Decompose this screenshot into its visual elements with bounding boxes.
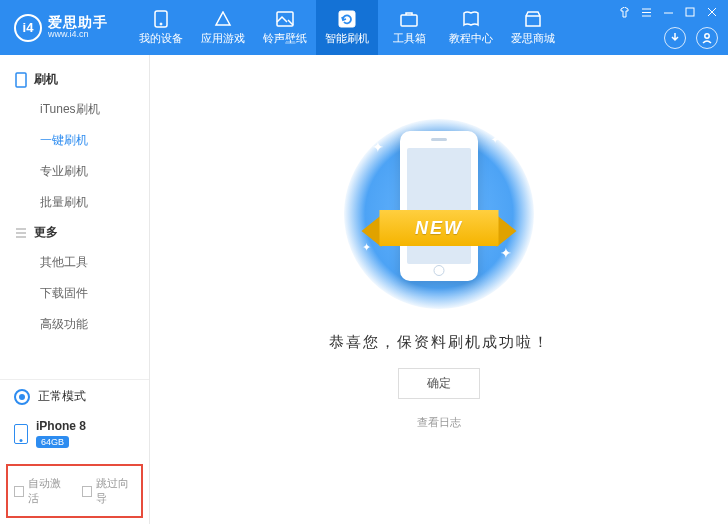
chk-skip-guide[interactable]: 跳过向导	[82, 476, 136, 506]
sparkle-icon: ✦	[372, 139, 384, 155]
sidebar-group-flash[interactable]: 刷机	[0, 65, 149, 94]
app-logo: i4 爱思助手 www.i4.cn	[0, 14, 122, 42]
option-checks: 自动激活 跳过向导	[6, 464, 143, 518]
success-message: 恭喜您，保资料刷机成功啦！	[329, 333, 550, 352]
svg-point-1	[160, 23, 162, 25]
header-actions	[664, 27, 718, 49]
nav-flash[interactable]: 智能刷机	[316, 0, 378, 55]
skin-icon[interactable]	[618, 6, 630, 18]
sidebar-item-othertools[interactable]: 其他工具	[0, 247, 149, 278]
sidebar-item-pro[interactable]: 专业刷机	[0, 156, 149, 187]
apps-icon	[213, 10, 233, 28]
phone-illustration	[400, 131, 478, 281]
store-icon	[523, 10, 543, 28]
sidebar-item-itunes[interactable]: iTunes刷机	[0, 94, 149, 125]
success-illustration: ✦ ✦ ✦ ✦ NEW	[344, 119, 534, 309]
ribbon-text: NEW	[380, 210, 499, 246]
nav-ringtones[interactable]: 铃声壁纸	[254, 0, 316, 55]
checkbox-icon	[14, 486, 24, 497]
sparkle-icon: ✦	[491, 134, 499, 145]
checkbox-icon	[82, 486, 92, 497]
nav-toolbox[interactable]: 工具箱	[378, 0, 440, 55]
device-row[interactable]: iPhone 8 64GB	[0, 413, 149, 458]
device-icon	[14, 73, 28, 87]
mode-row[interactable]: 正常模式	[0, 380, 149, 413]
window-controls	[618, 6, 718, 18]
device-name: iPhone 8	[36, 419, 86, 433]
nav-label: 工具箱	[393, 31, 426, 46]
nav-store[interactable]: 爱思商城	[502, 0, 564, 55]
briefcase-icon	[399, 10, 419, 28]
logo-icon: i4	[14, 14, 42, 42]
chk-label: 自动激活	[28, 476, 67, 506]
nav-label: 铃声壁纸	[263, 31, 307, 46]
ok-button[interactable]: 确定	[398, 368, 480, 399]
chk-auto-activate[interactable]: 自动激活	[14, 476, 68, 506]
nav-apps[interactable]: 应用游戏	[192, 0, 254, 55]
user-button[interactable]	[696, 27, 718, 49]
sidebar-group-more[interactable]: 更多	[0, 218, 149, 247]
nav-label: 应用游戏	[201, 31, 245, 46]
menu-icon	[14, 226, 28, 240]
svg-rect-13	[16, 73, 26, 87]
nav-label: 智能刷机	[325, 31, 369, 46]
group-title: 刷机	[34, 71, 58, 88]
refresh-icon	[337, 10, 357, 28]
nav-label: 爱思商城	[511, 31, 555, 46]
sidebar-item-download[interactable]: 下载固件	[0, 278, 149, 309]
book-icon	[461, 10, 481, 28]
phone-icon	[151, 10, 171, 28]
svg-point-12	[705, 34, 709, 38]
maximize-icon[interactable]	[684, 6, 696, 18]
svg-rect-9	[686, 8, 694, 16]
download-button[interactable]	[664, 27, 686, 49]
nav-tutorials[interactable]: 教程中心	[440, 0, 502, 55]
new-ribbon: NEW	[362, 207, 517, 251]
sidebar-footer: 正常模式 iPhone 8 64GB 自动激活 跳过向导	[0, 379, 149, 524]
mode-label: 正常模式	[38, 388, 86, 405]
nav-label: 我的设备	[139, 31, 183, 46]
svg-rect-4	[401, 15, 417, 26]
sidebar-item-batch[interactable]: 批量刷机	[0, 187, 149, 218]
top-nav: 我的设备 应用游戏 铃声壁纸 智能刷机 工具箱 教程中心 爱思商城	[130, 0, 564, 55]
sidebar-item-oneclick[interactable]: 一键刷机	[0, 125, 149, 156]
mode-icon	[14, 389, 30, 405]
sidebar: 刷机 iTunes刷机 一键刷机 专业刷机 批量刷机 更多 其他工具 下载固件 …	[0, 55, 150, 524]
logo-url: www.i4.cn	[48, 30, 108, 40]
phone-icon	[14, 424, 28, 444]
nav-my-device[interactable]: 我的设备	[130, 0, 192, 55]
logo-title: 爱思助手	[48, 15, 108, 30]
svg-rect-3	[339, 11, 355, 27]
image-icon	[275, 10, 295, 28]
app-header: i4 爱思助手 www.i4.cn 我的设备 应用游戏 铃声壁纸 智能刷机 工具…	[0, 0, 728, 55]
storage-badge: 64GB	[36, 436, 69, 448]
sidebar-item-advanced[interactable]: 高级功能	[0, 309, 149, 340]
close-icon[interactable]	[706, 6, 718, 18]
chk-label: 跳过向导	[96, 476, 135, 506]
view-log-link[interactable]: 查看日志	[417, 415, 461, 430]
nav-label: 教程中心	[449, 31, 493, 46]
group-title: 更多	[34, 224, 58, 241]
minimize-icon[interactable]	[662, 6, 674, 18]
menu-icon[interactable]	[640, 6, 652, 18]
main-content: ✦ ✦ ✦ ✦ NEW 恭喜您，保资料刷机成功啦！ 确定 查看日志	[150, 55, 728, 524]
